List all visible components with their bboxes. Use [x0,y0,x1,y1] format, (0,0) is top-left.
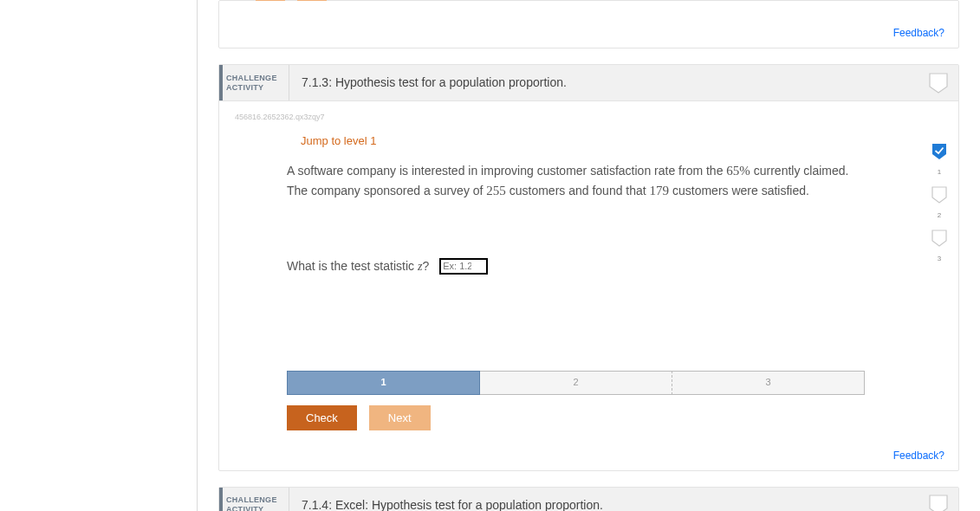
text: What is the test statistic [287,259,418,273]
side-step-3[interactable]: 3 [931,230,947,264]
page-root: Feedback? CHALLENGE ACTIVITY 7.1.3: Hypo… [0,0,980,511]
value-x: 179 [650,184,670,197]
side-step-2[interactable]: 2 [931,186,947,221]
button-row: Check Next [287,405,865,430]
chip [297,0,327,1]
step-bar: 1 2 3 [287,371,865,395]
activity-header: CHALLENGE ACTIVITY 7.1.3: Hypothesis tes… [219,65,958,101]
problem-text: A software company is interested in impr… [287,161,865,202]
value-rate: 65% [726,164,750,178]
side-progress: 1 2 3 [929,143,950,264]
left-rail [0,0,198,511]
activity-body: 456816.2652362.qx3zqy7 Jump to level 1 A… [219,101,958,439]
prev-chips [256,0,327,1]
step-2[interactable]: 2 [480,371,672,395]
badge-label: CHALLENGE ACTIVITY [226,74,285,93]
value-n: 255 [486,184,506,197]
question-text: What is the test statistic z? [287,257,429,275]
activity-badge: CHALLENGE ACTIVITY [219,488,289,512]
completion-shield-icon [929,73,948,94]
shield-icon [931,230,947,247]
answer-input[interactable] [439,258,488,275]
question-line: What is the test statistic z? [287,257,865,275]
text: customers were satisfied. [669,184,809,197]
text: A software company is interested in impr… [287,164,726,178]
side-step-num: 2 [931,210,947,221]
next-button[interactable]: Next [369,405,431,430]
side-step-num: 1 [931,167,947,178]
step-1[interactable]: 1 [287,371,480,395]
activity-title: 7.1.4: Excel: Hypothesis test for a popu… [289,488,918,512]
chip [256,0,285,1]
text: customers and found that [506,184,650,197]
prev-activity-fragment: Feedback? [218,0,959,49]
shield-check-icon [931,143,947,160]
main-column: Feedback? CHALLENGE ACTIVITY 7.1.3: Hypo… [198,0,980,511]
side-step-num: 3 [931,254,947,264]
check-button[interactable]: Check [287,405,357,430]
feedback-link[interactable]: Feedback? [893,25,944,41]
activity-title: 7.1.3: Hypothesis test for a population … [289,65,918,100]
activity-card: CHALLENGE ACTIVITY 7.1.3: Hypothesis tes… [218,64,959,471]
shield-icon [931,186,947,204]
badge-label: CHALLENGE ACTIVITY [226,495,285,511]
step-3[interactable]: 3 [672,371,865,395]
side-step-1[interactable]: 1 [931,143,947,178]
completion-shield-icon [929,495,948,511]
activity-badge: CHALLENGE ACTIVITY [219,65,289,100]
next-activity-header: CHALLENGE ACTIVITY 7.1.4: Excel: Hypothe… [219,488,958,512]
jump-to-level-link[interactable]: Jump to level 1 [301,133,376,150]
content-block: A software company is interested in impr… [287,161,865,430]
text: ? [422,259,429,273]
feedback-link[interactable]: Feedback? [893,448,944,463]
activity-hash: 456816.2652362.qx3zqy7 [235,112,943,124]
next-activity-card: CHALLENGE ACTIVITY 7.1.4: Excel: Hypothe… [218,487,959,512]
